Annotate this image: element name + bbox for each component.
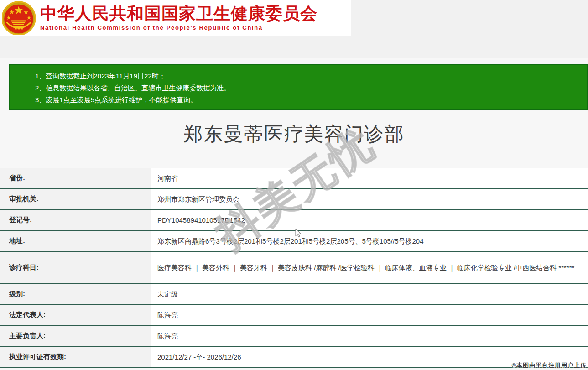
site-title-chinese: 中华人民共和国国家卫生健康委员会: [40, 5, 317, 23]
table-row-registration-number: 登记号: PDY10458941010517D1542: [0, 210, 588, 231]
field-label: 地址:: [0, 231, 151, 251]
field-label: 主要负责人:: [0, 326, 151, 346]
field-value: 郑东新区商鼎路6号3号楼2层201和5号楼2层201和5号楼2层205号、5号楼…: [151, 231, 588, 251]
national-emblem-icon: [2, 1, 36, 35]
field-label: 审批机关:: [0, 189, 151, 209]
field-value: 陈海亮: [151, 326, 588, 346]
table-row-level: 级别: 未定级: [0, 284, 588, 305]
field-label: 法定代表人:: [0, 305, 151, 325]
field-value: 未定级: [151, 284, 588, 304]
table-row-province: 省份: 河南省: [0, 168, 588, 189]
notice-line: 2、信息数据结果以各省、自治区、直辖市卫生健康委数据为准。: [35, 82, 583, 94]
site-header: 中华人民共和国国家卫生健康委员会 National Health Commiss…: [0, 0, 351, 36]
field-value: 河南省: [151, 168, 588, 188]
corner-upload-watermark: ©本图由平台注册用户上传: [511, 361, 587, 370]
table-row-medical-subjects: 诊疗科目: 医疗美容科 ｜ 美容外科 ｜ 美容牙科 ｜ 美容皮肤科 /麻醉科 /…: [0, 252, 588, 284]
field-label: 诊疗科目:: [0, 252, 151, 283]
top-bar: 中华人民共和国国家卫生健康委员会 National Health Commiss…: [0, 0, 588, 58]
table-row-legal-representative: 法定代表人: 陈海亮: [0, 305, 588, 326]
table-row-principal: 主要负责人: 陈海亮: [0, 326, 588, 347]
field-label: 登记号:: [0, 210, 151, 230]
notice-box: 1、查询数据截止到2023年11月19日22时； 2、信息数据结果以各省、自治区…: [9, 64, 588, 110]
field-label: 级别:: [0, 284, 151, 304]
institution-name-title: 郑东曼蒂医疗美容门诊部: [0, 121, 588, 147]
notice-line: 3、凌晨1点至凌晨5点系统进行维护，不能提供查询。: [35, 94, 583, 106]
field-value: PDY10458941010517D1542: [151, 210, 588, 230]
table-row-approval-authority: 审批机关: 郑州市郑东新区管理委员会: [0, 189, 588, 210]
field-value: 郑州市郑东新区管理委员会: [151, 189, 588, 209]
mouse-cursor-icon: [295, 229, 302, 238]
info-table: 省份: 河南省 审批机关: 郑州市郑东新区管理委员会 登记号: PDY10458…: [0, 168, 588, 368]
table-row-address: 地址: 郑东新区商鼎路6号3号楼2层201和5号楼2层201和5号楼2层205号…: [0, 231, 588, 252]
notice-line: 1、查询数据截止到2023年11月19日22时；: [35, 70, 583, 82]
field-label: 执业许可证有效期:: [0, 347, 151, 367]
site-title-english: National Health Commission of the People…: [40, 24, 317, 31]
field-value: 医疗美容科 ｜ 美容外科 ｜ 美容牙科 ｜ 美容皮肤科 /麻醉科 /医学检验科 …: [151, 252, 588, 283]
field-value: 陈海亮: [151, 305, 588, 325]
table-row-license-validity: 执业许可证有效期: 2021/12/27 -至- 2026/12/26: [0, 347, 588, 368]
field-label: 省份:: [0, 168, 151, 188]
